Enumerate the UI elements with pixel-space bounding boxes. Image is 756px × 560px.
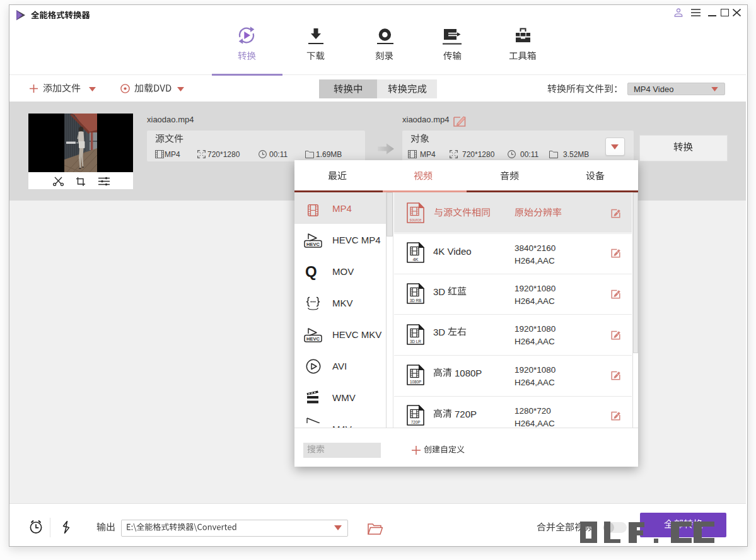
svg-text:3D LR: 3D LR [410, 339, 421, 344]
svg-text:source: source [410, 218, 422, 222]
svg-text:HEVC: HEVC [306, 336, 320, 342]
svg-text:3D RB: 3D RB [410, 298, 422, 303]
svg-text:1080P: 1080P [410, 380, 421, 384]
svg-text:4K: 4K [412, 257, 418, 262]
svg-text:720P: 720P [411, 420, 421, 424]
svg-text:HEVC: HEVC [306, 242, 320, 247]
